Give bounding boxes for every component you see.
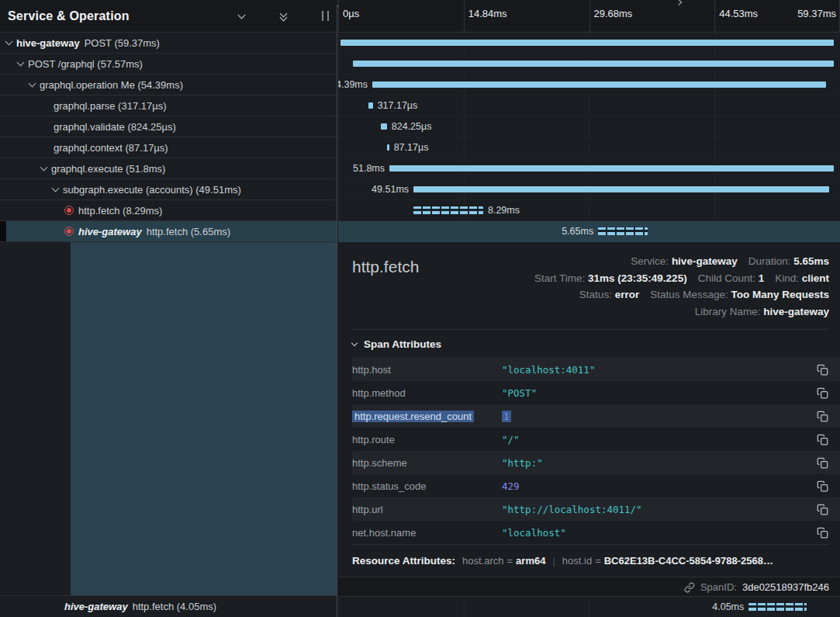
span-duration-bar[interactable] xyxy=(340,40,835,46)
span-meta-pair: Status Message: Too Many Requests xyxy=(650,289,829,300)
span-detail-header: http.fetch Service: hive-gatewayDuration… xyxy=(352,253,840,320)
attribute-row[interactable]: http.scheme"http:" xyxy=(352,451,840,474)
meta-label: Status: xyxy=(579,289,615,300)
copy-icon[interactable] xyxy=(815,386,829,400)
span-duration-bar[interactable] xyxy=(748,603,807,611)
tree-row[interactable]: http.fetch (8.29ms) xyxy=(0,200,337,221)
resource-attributes-row[interactable]: Resource Attributes: host.arch=arm64|hos… xyxy=(352,544,829,577)
span-tree-bottom-row: hive-gatewayhttp.fetch (4.05ms) xyxy=(0,596,337,617)
attribute-row[interactable]: http.status_code429 xyxy=(352,474,840,497)
copy-icon[interactable] xyxy=(815,362,829,376)
attribute-row[interactable]: http.method"POST" xyxy=(352,381,840,404)
span-duration-bar[interactable] xyxy=(368,102,373,109)
timeline-row[interactable] xyxy=(338,54,840,75)
ruler-tick-label: 0µs xyxy=(343,8,359,19)
selected-span-highlight-block xyxy=(71,242,337,595)
span-duration-bar[interactable] xyxy=(387,144,389,151)
resource-value: arm64 xyxy=(516,555,545,567)
span-detail-panel: http.fetch Service: hive-gatewayDuration… xyxy=(338,242,840,596)
tree-row[interactable]: subgraph.execute (accounts) (49.51ms) xyxy=(0,179,337,200)
timeline-row[interactable]: 5.65ms xyxy=(338,221,840,242)
chevron-down-icon[interactable] xyxy=(232,6,251,26)
panel-resize-grip-icon[interactable] xyxy=(322,11,329,21)
tree-row[interactable]: graphql.parse (317.17µs) xyxy=(0,95,337,116)
copy-icon[interactable] xyxy=(815,479,829,493)
timeline-bottom-row: 4.05ms xyxy=(338,596,840,617)
attribute-key: http.request.resend_count xyxy=(352,411,502,422)
tree-row[interactable]: hive-gatewayPOST (59.37ms) xyxy=(0,33,337,54)
attribute-key-text: http.url xyxy=(352,504,383,515)
span-meta-pair: Duration: 5.65ms xyxy=(748,255,829,267)
attribute-row[interactable]: http.url"http://localhost:4011/" xyxy=(352,497,840,521)
timeline-row[interactable]: 4.05ms xyxy=(338,597,840,617)
attribute-key-text: http.status_code xyxy=(352,480,426,492)
timeline-rows: 54.39ms317.17µs824.25µs87.17µs51.8ms49.5… xyxy=(338,33,840,242)
timeline-row[interactable]: 54.39ms xyxy=(338,75,840,95)
spanid-label: SpanID: xyxy=(700,581,737,593)
tree-row[interactable]: hive-gatewayhttp.fetch (4.05ms) xyxy=(0,596,337,617)
meta-value: hive-gateway xyxy=(763,306,829,317)
timeline-row[interactable]: 8.29ms xyxy=(338,200,840,221)
span-attributes-header[interactable]: Span Attributes xyxy=(352,330,840,358)
chevron-down-icon[interactable] xyxy=(40,164,48,172)
span-duration-bar[interactable] xyxy=(372,81,826,88)
timeline-row[interactable]: 49.51ms xyxy=(338,179,840,200)
tree-row[interactable]: POST /graphql (57.57ms) xyxy=(0,54,337,75)
span-duration-bar[interactable] xyxy=(353,61,834,67)
copy-icon[interactable] xyxy=(815,432,829,446)
span-meta-pair: Library Name: hive-gateway xyxy=(695,306,829,317)
chevron-down-icon[interactable] xyxy=(52,185,60,192)
panel-title: Service & Operation xyxy=(8,9,230,23)
attribute-row[interactable]: net.host.name"localhost" xyxy=(352,521,840,544)
timeline-row[interactable]: 51.8ms xyxy=(338,158,840,179)
timeline-row[interactable] xyxy=(338,33,840,54)
span-duration-bar[interactable] xyxy=(389,165,834,172)
tree-row[interactable]: graphql.context (87.17µs) xyxy=(0,137,337,158)
span-duration-bar[interactable] xyxy=(413,186,829,192)
chevron-down-icon[interactable] xyxy=(17,59,25,67)
attribute-value-text: "http:" xyxy=(502,457,543,469)
tree-row[interactable]: graphql.validate (824.25µs) xyxy=(0,116,337,137)
timeline-row[interactable]: 87.17µs xyxy=(338,137,840,158)
tree-row[interactable]: hive-gatewayhttp.fetch (5.65ms) xyxy=(0,221,337,242)
meta-label: Duration: xyxy=(748,255,794,267)
span-duration-bar[interactable] xyxy=(598,227,648,235)
meta-label: Kind: xyxy=(775,272,802,284)
attribute-value-text: "localhost:4011" xyxy=(502,364,595,376)
attribute-row[interactable]: http.route"/" xyxy=(352,428,840,451)
timeline-row[interactable]: 824.25µs xyxy=(338,116,840,137)
tree-row[interactable]: graphql.execute (51.8ms) xyxy=(0,158,337,179)
timeline-row[interactable]: 317.17µs xyxy=(338,95,840,116)
error-status-icon xyxy=(64,227,74,236)
copy-icon[interactable] xyxy=(815,456,829,470)
copy-icon[interactable] xyxy=(815,525,829,539)
attribute-key: http.status_code xyxy=(352,480,502,492)
service-name: hive-gateway xyxy=(78,226,142,237)
attribute-key-text: net.host.name xyxy=(352,527,416,539)
meta-value: 1 xyxy=(759,272,765,284)
collapse-all-icon[interactable] xyxy=(274,6,293,26)
attribute-row[interactable]: http.request.resend_count1 xyxy=(352,404,840,428)
tree-row[interactable]: graphql.operation Me (54.39ms) xyxy=(0,75,337,95)
attribute-value-text: "http://localhost:4011/" xyxy=(502,504,642,515)
meta-label: Child Count: xyxy=(698,272,759,284)
link-icon[interactable] xyxy=(684,582,695,593)
span-duration-bar[interactable] xyxy=(381,123,387,130)
chevron-right-icon[interactable] xyxy=(253,6,272,26)
duration-label: 8.29ms xyxy=(488,205,520,216)
tree-header: Service & Operation xyxy=(0,0,337,33)
chevron-down-icon[interactable] xyxy=(29,80,36,88)
span-duration-bar[interactable] xyxy=(413,206,483,214)
span-meta-pair: Start Time: 31ms (23:35:49.225) xyxy=(534,272,687,284)
span-meta-line: Library Name: hive-gateway xyxy=(534,303,829,321)
copy-icon[interactable] xyxy=(815,409,829,423)
copy-icon[interactable] xyxy=(815,502,829,516)
chevron-down-icon[interactable] xyxy=(5,38,13,46)
attribute-key: http.scheme xyxy=(352,457,502,469)
operation-label: graphql.context (87.17µs) xyxy=(54,142,168,154)
attribute-row[interactable]: http.host"localhost:4011" xyxy=(352,358,840,381)
expand-all-icon[interactable] xyxy=(295,6,314,26)
attribute-key-text: http.method xyxy=(352,387,406,399)
error-status-icon xyxy=(64,206,74,215)
meta-label: Service: xyxy=(631,255,672,267)
